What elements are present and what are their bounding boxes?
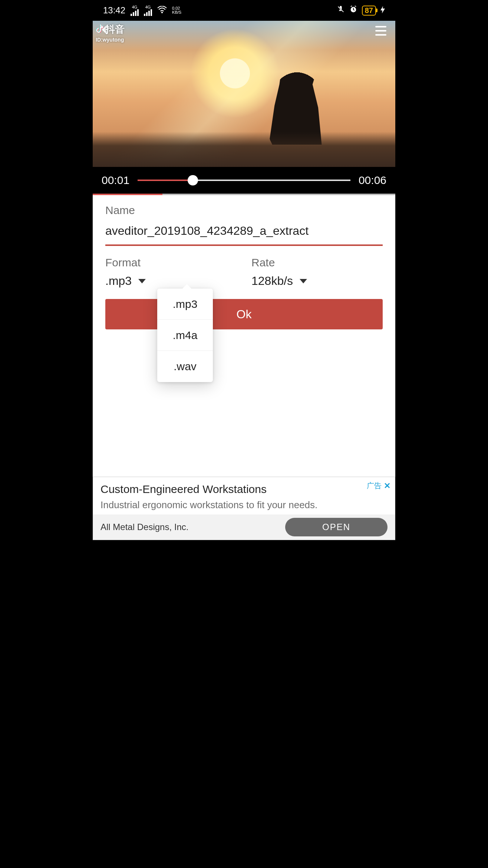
name-label: Name — [105, 204, 383, 217]
ad-open-button[interactable]: OPEN — [285, 518, 388, 536]
battery-indicator: 87 — [362, 6, 376, 16]
format-option-m4a[interactable]: .m4a — [157, 320, 213, 351]
video-thumbnail — [93, 21, 395, 167]
wifi-icon — [157, 5, 167, 16]
net-4g-2: 4G — [145, 5, 151, 9]
alarm-icon — [349, 5, 357, 16]
format-value: .mp3 — [105, 274, 132, 288]
rate-label: Rate — [251, 256, 383, 269]
rate-dropdown[interactable]: 128kb/s — [251, 274, 383, 288]
format-option-wav[interactable]: .wav — [157, 351, 213, 382]
chevron-down-icon — [138, 279, 146, 283]
chevron-down-icon — [300, 279, 307, 283]
ad-banner[interactable]: 广告 ✕ Custom-Engineered Workstations Indu… — [93, 477, 395, 540]
clock: 13:42 — [103, 5, 125, 16]
ad-title: Custom-Engineered Workstations — [100, 483, 388, 496]
ad-source: All Metal Designs, Inc. — [100, 522, 188, 532]
watermark: 抖音 ID:wyutong — [96, 23, 125, 43]
format-dropdown[interactable]: .mp3 — [105, 274, 237, 288]
format-label: Format — [105, 256, 237, 269]
svg-point-0 — [161, 11, 163, 13]
ad-subtitle: Industrial ergonomic workstations to fit… — [100, 499, 388, 511]
video-controls: 00:01 00:06 — [93, 167, 395, 194]
signal-icon — [144, 9, 152, 16]
seek-knob[interactable] — [188, 175, 198, 185]
seek-bar[interactable] — [138, 175, 350, 185]
menu-button[interactable] — [373, 24, 389, 38]
duration: 00:06 — [359, 174, 386, 187]
buffer-bar — [93, 194, 395, 195]
douyin-icon — [96, 24, 104, 35]
ok-button[interactable]: Ok — [105, 299, 383, 329]
ad-badge: 广告 — [367, 481, 382, 491]
watermark-brand: 抖音 — [105, 23, 125, 36]
kbps-unit: KB/S — [172, 10, 181, 14]
charging-icon — [380, 5, 385, 16]
format-option-mp3[interactable]: .mp3 — [157, 289, 213, 320]
status-bar: 13:42 4G 4G 0.02 KB/S 8 — [93, 0, 395, 21]
current-time: 00:01 — [102, 174, 129, 187]
watermark-id: ID:wyutong — [96, 37, 125, 43]
extract-form: Name Format .mp3 Rate 128kb/s Ok — [93, 194, 395, 329]
name-input[interactable] — [105, 222, 383, 246]
rate-value: 128kb/s — [251, 274, 293, 288]
mute-icon — [337, 5, 345, 16]
signal-icon — [131, 9, 139, 16]
net-4g-1: 4G — [132, 5, 138, 9]
video-player[interactable]: 抖音 ID:wyutong 00:01 00:06 — [93, 21, 395, 194]
ad-close-icon[interactable]: ✕ — [384, 481, 390, 491]
format-options-popup: .mp3 .m4a .wav — [157, 289, 213, 382]
